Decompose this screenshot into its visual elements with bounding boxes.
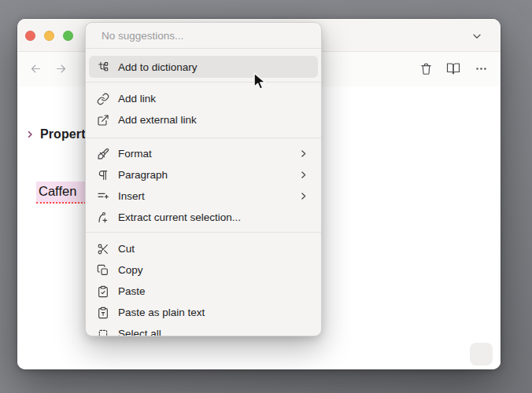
- menu-group-clipboard: Cut Copy Paste Paste as plain text: [86, 233, 321, 336]
- menu-item-insert[interactable]: Insert: [89, 185, 318, 207]
- menu-group-dictionary: Add to dictionary: [86, 49, 321, 82]
- chevron-right-icon: [298, 170, 308, 180]
- view-actions: [417, 60, 490, 77]
- menu-group-formatting: Format Paragraph Insert: [86, 138, 321, 232]
- trash-icon: [419, 62, 433, 75]
- close-button[interactable]: [25, 31, 35, 41]
- chevron-down-icon[interactable]: [471, 30, 483, 42]
- menu-item-add-to-dictionary[interactable]: Add to dictionary: [89, 56, 318, 78]
- misspelled-word[interactable]: Caffen: [36, 182, 89, 204]
- minimize-button[interactable]: [44, 31, 54, 41]
- pilcrow-icon: [97, 169, 109, 182]
- chevron-right-icon[interactable]: [25, 130, 35, 139]
- book-open-icon: [446, 61, 460, 75]
- menu-item-paste[interactable]: Paste: [89, 281, 318, 302]
- extract-icon: [97, 211, 109, 224]
- copy-icon: [97, 264, 109, 277]
- menu-item-copy[interactable]: Copy: [89, 259, 318, 281]
- arrow-left-icon: [29, 62, 42, 75]
- list-plus-icon: [97, 190, 109, 203]
- menu-item-extract-selection[interactable]: Extract current selection...: [89, 207, 318, 228]
- menu-item-paste-plain-text[interactable]: Paste as plain text: [89, 302, 318, 323]
- nav-history: [27, 60, 69, 77]
- menu-item-add-link[interactable]: Add link: [89, 88, 318, 109]
- paintbrush-icon: [97, 148, 109, 160]
- dictionary-add-icon: [97, 61, 109, 73]
- clipboard-type-icon: [97, 307, 109, 319]
- menu-item-no-suggestions: No suggestions...: [89, 25, 318, 46]
- external-link-icon: [97, 114, 109, 127]
- delete-note-button[interactable]: [417, 60, 434, 77]
- menu-group-suggestions: No suggestions...: [86, 23, 321, 48]
- more-options-button[interactable]: [472, 60, 490, 77]
- chevron-right-icon: [298, 149, 308, 159]
- reading-view-button[interactable]: [445, 60, 462, 77]
- chevron-right-icon: [298, 191, 308, 201]
- menu-item-select-all[interactable]: Select all: [89, 323, 318, 336]
- traffic-lights: [25, 31, 73, 41]
- corner-resize-widget: [470, 343, 493, 365]
- desktop-background: Properties Caffen No suggestions... Add …: [0, 0, 532, 393]
- menu-item-format[interactable]: Format: [89, 143, 318, 164]
- ellipsis-icon: [475, 62, 488, 75]
- forward-button[interactable]: [52, 60, 69, 77]
- menu-item-cut[interactable]: Cut: [89, 238, 318, 259]
- select-all-icon: [97, 328, 109, 337]
- zoom-button[interactable]: [63, 31, 73, 41]
- menu-item-add-external-link[interactable]: Add external link: [89, 109, 318, 130]
- link-icon: [97, 93, 109, 105]
- arrow-right-icon: [54, 62, 68, 75]
- back-button[interactable]: [27, 60, 44, 77]
- menu-group-links: Add link Add external link: [86, 83, 321, 138]
- context-menu: No suggestions... Add to dictionary Add …: [85, 22, 322, 336]
- clipboard-check-icon: [97, 285, 109, 298]
- scissors-icon: [97, 243, 109, 255]
- menu-item-paragraph[interactable]: Paragraph: [89, 164, 318, 185]
